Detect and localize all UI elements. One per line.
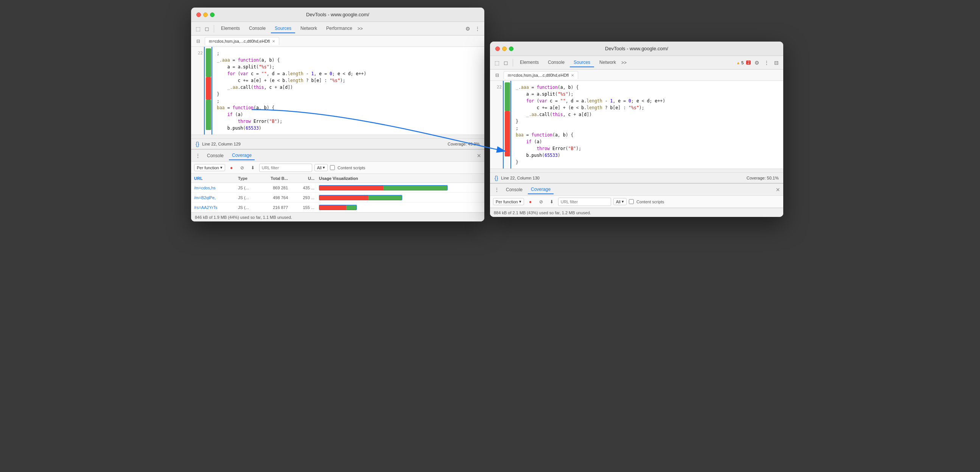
coverage-status-right: Coverage: 50.1%: [746, 176, 779, 180]
status-bar-right: {} Line 22, Column 130 Coverage: 50.1%: [490, 172, 783, 183]
more-tabs-left[interactable]: >>: [358, 26, 363, 32]
cursor-icon[interactable]: ⬚: [194, 25, 202, 33]
panel-tab-coverage-right[interactable]: Coverage: [528, 185, 554, 194]
row-unused-2-left: 155 ...: [290, 205, 316, 210]
cursor-position-right: Line 22, Column 130: [501, 176, 539, 180]
all-dropdown-left[interactable]: All ▾: [315, 164, 328, 171]
scrollbar-h-right[interactable]: [490, 169, 783, 172]
cursor-icon-right[interactable]: ⬚: [493, 59, 501, 67]
status-bar-left: {} Line 22, Column 129 Coverage: 49.9%: [191, 138, 484, 149]
right-main-toolbar: ⬚ ◻ Elements Console Sources Network >> …: [490, 56, 783, 70]
file-tab-left[interactable]: m=cdos,hsm,jsa,...c,dtl0hd,eHDfl ✕: [205, 37, 279, 45]
right-titlebar: DevTools - www.google.com/: [490, 41, 783, 56]
tab-sources-left[interactable]: Sources: [271, 24, 295, 33]
panel-tab-console-right[interactable]: Console: [503, 185, 525, 194]
right-window-title: DevTools - www.google.com/: [490, 46, 783, 51]
tab-console-left[interactable]: Console: [245, 24, 269, 33]
tab-sources-right[interactable]: Sources: [570, 58, 594, 67]
per-function-btn-right[interactable]: Per function ▾: [493, 198, 524, 205]
all-chevron-left: ▾: [323, 165, 325, 170]
cursor-position-left: Line 22, Column 129: [202, 142, 241, 146]
content-scripts-checkbox-right[interactable]: [629, 199, 634, 204]
tab-network-left[interactable]: Network: [297, 24, 321, 33]
table-row-2-left[interactable]: /rs=AA2YrTs JS (... 216 877 155 ...: [191, 203, 484, 212]
line-numbers-right: 22: [490, 81, 504, 169]
coverage-toolbar-right: Per function ▾ ● ⊘ ⬇ All ▾ Content scrip…: [490, 196, 783, 208]
tab-console-right[interactable]: Console: [544, 58, 568, 67]
row-viz-1-left: [316, 195, 484, 200]
record-btn-left[interactable]: ●: [228, 164, 236, 172]
file-tab-close-right[interactable]: ✕: [571, 73, 574, 78]
code-editor-left: 22: [191, 47, 484, 135]
coverage-status-left: Coverage: 49.9%: [448, 142, 480, 146]
coverage-toolbar-left: Per function ▾ ● ⊘ ⬇ All ▾ Content scrip…: [191, 162, 484, 174]
sidebar-icon-right[interactable]: ⊟: [773, 59, 780, 67]
maximize-button-left[interactable]: [210, 13, 215, 17]
warn-triangle-icon: ▲: [736, 60, 740, 65]
coverage-gutter-left: [205, 47, 212, 135]
clear-btn-left[interactable]: ⊘: [238, 164, 246, 172]
url-filter-input-left[interactable]: [259, 164, 312, 172]
coverage-gutter-right: [504, 81, 511, 169]
panel-close-right[interactable]: ✕: [776, 187, 780, 193]
per-function-chevron-right: ▾: [519, 199, 522, 204]
maximize-button-right[interactable]: [509, 46, 514, 51]
tab-performance-left[interactable]: Performance: [322, 24, 356, 33]
more-icon-right[interactable]: ⋮: [763, 59, 770, 67]
per-function-label-right: Per function: [496, 200, 518, 204]
download-btn-right[interactable]: ⬇: [547, 198, 556, 206]
panel-tab-console-left[interactable]: Console: [204, 152, 227, 160]
close-button-left[interactable]: [196, 13, 201, 17]
line-numbers-left: 22: [191, 47, 205, 135]
file-tab-close-left[interactable]: ✕: [272, 39, 275, 43]
clear-btn-right[interactable]: ⊘: [537, 198, 545, 206]
tab-elements-right[interactable]: Elements: [516, 58, 542, 67]
close-button-right[interactable]: [495, 46, 500, 51]
warn-count: 5: [741, 60, 743, 65]
table-header-left: URL Type Total B... U... Usage Visualiza…: [191, 174, 484, 183]
all-chevron-right: ▾: [622, 199, 624, 204]
tab-elements-left[interactable]: Elements: [217, 24, 244, 33]
gear-icon-left[interactable]: ⚙: [464, 25, 471, 33]
footer-text-right: 884 kB of 2.1 MB (43%) used so far, 1.2 …: [494, 211, 591, 215]
download-btn-left[interactable]: ⬇: [248, 164, 257, 172]
more-tabs-right[interactable]: >>: [621, 60, 627, 65]
code-editor-right: 22: [490, 81, 783, 169]
all-dropdown-right[interactable]: All ▾: [613, 198, 627, 205]
sidebar-toggle-left[interactable]: ⊟: [194, 37, 202, 45]
more-icon-left[interactable]: ⋮: [474, 25, 481, 33]
record-btn-right[interactable]: ●: [526, 198, 535, 206]
file-tab-right[interactable]: m=cdos,hsm,jsa,...c,dtl0hd,eHDfl ✕: [504, 71, 578, 79]
bottom-panel-left: ⋮ Console Coverage ✕ Per function ▾ ● ⊘ …: [191, 149, 484, 222]
content-scripts-checkbox-left[interactable]: [330, 165, 335, 170]
minimize-button-right[interactable]: [502, 46, 507, 51]
row-total-1-left: 498 764: [259, 195, 290, 200]
panel-dots-right[interactable]: ⋮: [493, 186, 501, 193]
header-unused-left: U...: [290, 176, 316, 181]
table-row-1-left[interactable]: /m=B2qlPe, JS (... 498 764 293 ...: [191, 193, 484, 203]
minimize-button-left[interactable]: [203, 13, 208, 17]
url-filter-input-right[interactable]: [558, 198, 611, 206]
row-url-2-left: /rs=AA2YrTs: [191, 205, 237, 210]
toolbar-divider-right: [513, 59, 513, 67]
panel-toolbar-left: ⋮ Console Coverage ✕: [191, 150, 484, 162]
panel-tab-coverage-left[interactable]: Coverage: [229, 151, 255, 160]
toolbar-divider-1: [214, 25, 214, 33]
tab-network-right[interactable]: Network: [595, 58, 620, 67]
inspector-icon-right[interactable]: ◻: [502, 59, 510, 67]
bottom-panel-right: ⋮ Console Coverage ✕ Per function ▾ ● ⊘ …: [490, 183, 783, 217]
file-tab-label-left: m=cdos,hsm,jsa,...c,dtl0hd,eHDfl: [209, 39, 270, 43]
row-viz-0-left: [316, 185, 484, 190]
row-total-0-left: 869 281: [259, 185, 290, 190]
sidebar-toggle-right[interactable]: ⊟: [493, 71, 501, 79]
code-content-right[interactable]: _.aaa = function(a, b) { a = a.split("%s…: [511, 81, 783, 169]
row-unused-0-left: 435 ...: [290, 185, 316, 190]
panel-dots-left[interactable]: ⋮: [194, 152, 202, 160]
per-function-btn-left[interactable]: Per function ▾: [194, 164, 225, 171]
scrollbar-h-left[interactable]: [191, 135, 484, 138]
code-content-left[interactable]: ; _.aaa = function(a, b) { a = a.split("…: [212, 47, 484, 135]
table-row-0-left[interactable]: /m=cdos,hs JS (... 869 281 435 ...: [191, 183, 484, 193]
gear-icon-right[interactable]: ⚙: [753, 59, 760, 67]
panel-close-left[interactable]: ✕: [477, 153, 481, 159]
inspector-icon[interactable]: ◻: [203, 25, 211, 33]
